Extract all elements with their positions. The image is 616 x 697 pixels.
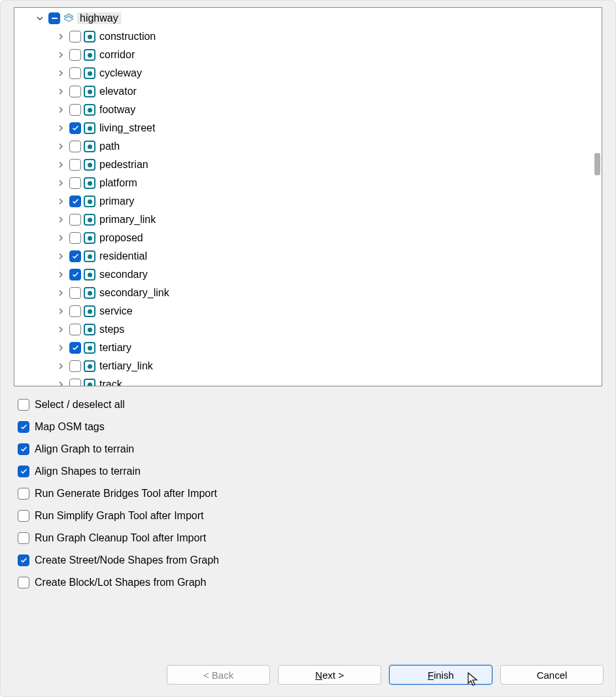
tree-item-corridor[interactable]: corridor [18,46,600,64]
option-checkbox[interactable] [18,554,29,566]
checkbox-primary[interactable] [69,196,81,207]
chevron-right-icon[interactable] [56,124,65,133]
option-row[interactable]: Align Shapes to terrain [18,462,602,481]
checkbox-highway[interactable] [48,12,60,24]
chevron-right-icon[interactable] [56,69,65,78]
tree-item-label: platform [98,177,137,189]
chevron-right-icon[interactable] [56,362,65,371]
tree-item-pedestrian[interactable]: pedestrian [18,156,600,174]
checkbox-cycleway[interactable] [69,67,81,79]
tree-root-highway[interactable]: highway [18,9,600,27]
option-row[interactable]: Create Block/Lot Shapes from Graph [18,573,602,592]
tree-item-living_street[interactable]: living_street [18,119,600,137]
cancel-button[interactable]: Cancel [500,665,604,685]
finish-button-label: Finish [428,670,454,681]
tree-item-tertiary_link[interactable]: tertiary_link [18,357,600,375]
tree-item-primary_link[interactable]: primary_link [18,211,600,229]
option-checkbox[interactable] [18,466,29,477]
tree-item-label: tertiary [98,342,131,354]
next-button-label: Next > [315,670,344,681]
checkbox-footway[interactable] [69,104,81,116]
option-checkbox[interactable] [18,532,29,544]
checkbox-primary_link[interactable] [69,214,81,226]
chevron-right-icon[interactable] [56,105,65,114]
checkbox-service[interactable] [69,305,81,317]
option-checkbox[interactable] [18,399,29,411]
tree-view[interactable]: highway constructioncorridorcyclewayelev… [14,7,602,386]
tree-item-footway[interactable]: footway [18,101,600,119]
option-checkbox[interactable] [18,510,29,522]
option-row[interactable]: Align Graph to terrain [18,440,602,458]
chevron-right-icon[interactable] [56,215,65,224]
option-label: Create Street/Node Shapes from Graph [35,554,219,566]
checkbox-platform[interactable] [69,177,81,189]
tree-item-residential[interactable]: residential [18,247,600,265]
cancel-button-label: Cancel [537,670,568,681]
chevron-right-icon[interactable] [56,343,65,352]
chevron-right-icon[interactable] [56,160,65,169]
option-row[interactable]: Run Generate Bridges Tool after Import [18,484,602,503]
chevron-right-icon[interactable] [56,197,65,206]
checkbox-proposed[interactable] [69,232,81,244]
checkbox-tertiary[interactable] [69,342,81,354]
checkbox-living_street[interactable] [69,122,81,134]
options-list: Select / deselect allMap OSM tagsAlign G… [18,393,602,592]
checkbox-path[interactable] [69,141,81,152]
chevron-right-icon[interactable] [56,50,65,60]
chevron-right-icon[interactable] [56,307,65,316]
tree-item-platform[interactable]: platform [18,174,600,192]
tree-item-service[interactable]: service [18,302,600,320]
checkbox-secondary_link[interactable] [69,287,81,299]
tree-item-tertiary[interactable]: tertiary [18,339,600,357]
chevron-right-icon[interactable] [56,178,65,188]
chevron-right-icon[interactable] [56,32,65,41]
option-row[interactable]: Run Simplify Graph Tool after Import [18,507,602,525]
tree-item-label: elevator [98,86,137,97]
checkbox-residential[interactable] [69,250,81,262]
checkbox-secondary[interactable] [69,269,81,280]
chevron-down-icon[interactable] [35,14,44,23]
checkbox-elevator[interactable] [69,86,81,97]
tree-item-cycleway[interactable]: cycleway [18,64,600,82]
chevron-right-icon[interactable] [56,288,65,298]
chevron-right-icon[interactable] [56,325,65,334]
tree-item-label: residential [98,250,147,262]
tree-item-construction[interactable]: construction [18,27,600,46]
option-row[interactable]: Create Street/Node Shapes from Graph [18,551,602,570]
checkbox-corridor[interactable] [69,49,81,61]
tree-item-secondary_link[interactable]: secondary_link [18,284,600,302]
chevron-right-icon[interactable] [56,142,65,151]
layer-icon [84,67,95,79]
tree-item-track[interactable]: track [18,375,600,386]
chevron-right-icon[interactable] [56,233,65,243]
checkbox-construction[interactable] [69,31,81,42]
checkbox-track[interactable] [69,379,81,386]
button-bar: < Back Next > Finish Cancel [1,665,615,696]
option-row[interactable]: Run Graph Cleanup Tool after Import [18,529,602,547]
option-checkbox[interactable] [18,443,29,455]
option-row[interactable]: Map OSM tags [18,418,602,436]
chevron-right-icon[interactable] [56,270,65,279]
chevron-right-icon[interactable] [56,252,65,261]
tree-item-primary[interactable]: primary [18,192,600,211]
tree-item-proposed[interactable]: proposed [18,229,600,247]
option-checkbox[interactable] [18,577,29,588]
option-checkbox[interactable] [18,421,29,433]
tree-item-steps[interactable]: steps [18,320,600,339]
tree-item-secondary[interactable]: secondary [18,265,600,284]
option-checkbox[interactable] [18,488,29,500]
option-row[interactable]: Select / deselect all [18,396,602,414]
checkbox-steps[interactable] [69,324,81,335]
next-button[interactable]: Next > [278,665,381,685]
finish-button[interactable]: Finish [389,665,492,685]
chevron-right-icon[interactable] [56,380,65,386]
tree-item-label: corridor [98,49,135,61]
back-button[interactable]: < Back [167,665,270,685]
checkbox-tertiary_link[interactable] [69,360,81,372]
scrollbar-vertical[interactable] [591,8,602,386]
scrollbar-thumb[interactable] [594,153,600,175]
chevron-right-icon[interactable] [56,87,65,96]
tree-item-elevator[interactable]: elevator [18,82,600,101]
checkbox-pedestrian[interactable] [69,159,81,171]
tree-item-path[interactable]: path [18,137,600,156]
